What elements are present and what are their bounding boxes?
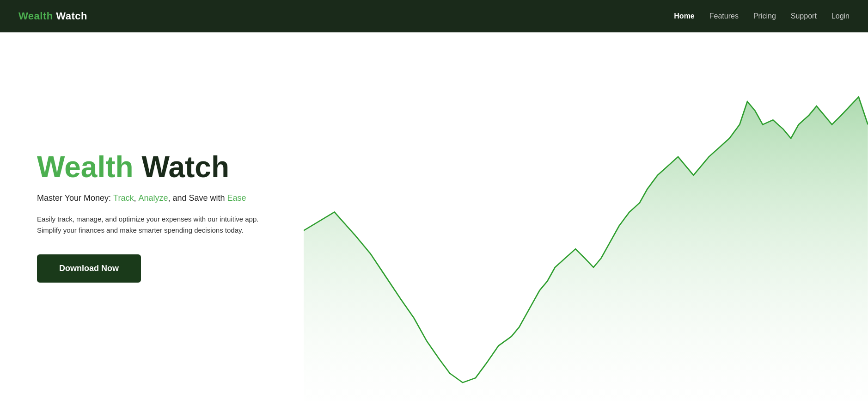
hero-chart <box>304 32 868 401</box>
nav-link-login[interactable]: Login <box>831 12 850 20</box>
nav-brand: Wealth Watch <box>18 10 87 22</box>
subtitle-middle: , <box>134 193 138 203</box>
navbar: Wealth Watch Home Features Pricing Suppo… <box>0 0 868 32</box>
hero-description: Easily track, manage, and optimize your … <box>37 214 259 236</box>
hero-section: Wealth Watch Master Your Money: Track, A… <box>0 32 868 401</box>
hero-title-wealth: Wealth <box>37 150 134 184</box>
nav-item-support[interactable]: Support <box>791 12 817 20</box>
nav-link-support[interactable]: Support <box>791 12 817 20</box>
nav-item-features[interactable]: Features <box>709 12 739 20</box>
chart-area-fill <box>304 97 868 401</box>
desc-line1: Easily track, manage, and optimize your … <box>37 215 258 223</box>
download-now-button[interactable]: Download Now <box>37 254 141 283</box>
hero-subtitle: Master Your Money: Track, Analyze, and S… <box>37 192 259 204</box>
chart-svg <box>304 32 868 401</box>
subtitle-ease: Ease <box>227 193 246 203</box>
brand-wealth: Wealth <box>18 10 53 22</box>
nav-item-home[interactable]: Home <box>674 12 694 20</box>
desc-line2: Simplify your finances and make smarter … <box>37 226 244 234</box>
hero-title: Wealth Watch <box>37 151 259 183</box>
subtitle-analyze: Analyze <box>138 193 168 203</box>
brand-watch: Watch <box>53 10 87 22</box>
nav-link-home[interactable]: Home <box>674 12 694 20</box>
subtitle-before: Master Your Money: <box>37 193 113 203</box>
hero-title-watch: Watch <box>134 150 229 184</box>
nav-item-pricing[interactable]: Pricing <box>753 12 776 20</box>
subtitle-track: Track <box>113 193 134 203</box>
hero-text-block: Wealth Watch Master Your Money: Track, A… <box>37 151 259 282</box>
nav-item-login[interactable]: Login <box>831 12 850 20</box>
nav-link-features[interactable]: Features <box>709 12 739 20</box>
nav-links: Home Features Pricing Support Login <box>674 12 850 20</box>
subtitle-after: , and Save with <box>168 193 227 203</box>
nav-link-pricing[interactable]: Pricing <box>753 12 776 20</box>
